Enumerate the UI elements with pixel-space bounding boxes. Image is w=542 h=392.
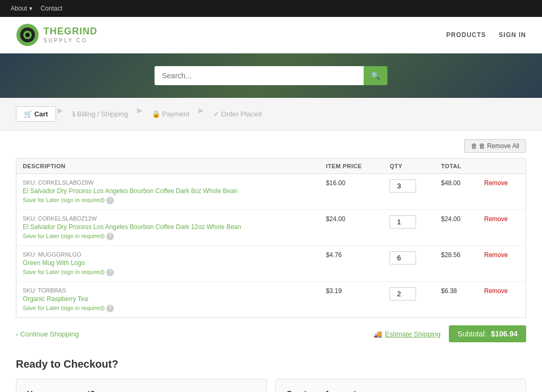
search-input[interactable]: [155, 66, 364, 85]
qty-input-1[interactable]: [390, 215, 416, 229]
subtotal-label: Subtotal:: [457, 330, 486, 338]
sign-in-link-0[interactable]: (sign in required): [61, 197, 105, 203]
have-account-title: Have an account?: [27, 389, 256, 392]
step-arrow-3: ▶: [197, 106, 206, 122]
continue-shopping-link[interactable]: ‹ Continue Shopping: [16, 330, 79, 338]
subtotal-value: $106.94: [491, 330, 518, 338]
col-description: DESCRIPTION: [16, 159, 320, 174]
cart-icon: 🛒: [24, 110, 32, 118]
search-button[interactable]: 🔍: [364, 66, 387, 85]
step-payment[interactable]: 🔒 Payment: [144, 106, 197, 122]
cell-price-0: $16.00: [320, 174, 384, 210]
save-later-0: Save for Later (sign in required) ?: [23, 197, 313, 204]
header-nav: PRODUCTS SIGN IN: [446, 31, 526, 39]
sku-3: SKU: TORBRAS: [23, 287, 313, 294]
logo[interactable]: THEGRIND SUPPLY CO: [16, 23, 97, 47]
col-total: TOTAL: [435, 159, 477, 174]
checkout-steps: 🛒 Cart ▶ ℹ Billing / Shipping ▶ 🔒 Paymen…: [0, 98, 542, 131]
help-icon-2[interactable]: ?: [106, 269, 114, 276]
cell-description-2: SKU: MUGGGRNLGO Green Mug With Logo Save…: [16, 246, 320, 282]
cell-qty-2: [383, 246, 435, 282]
cell-qty-0: [383, 174, 435, 210]
cell-description-3: SKU: TORBRAS Organic Raspberry Tea Save …: [16, 282, 320, 318]
cart-total-area: 🚚 Estimate Shipping Subtotal: $106.94: [374, 325, 526, 342]
sku-1: SKU: CORKELSLABOZ12W: [23, 215, 313, 222]
sign-in-link-2[interactable]: (sign in required): [61, 269, 105, 275]
account-cards: Have an account? Welcome back! Sign in f…: [16, 379, 526, 392]
sign-in-link-1[interactable]: (sign in required): [61, 233, 105, 239]
check-icon: ✓: [213, 110, 219, 118]
save-later-link-2[interactable]: Save for Later: [23, 269, 59, 275]
save-later-link-1[interactable]: Save for Later: [23, 233, 59, 239]
remove-link-3[interactable]: Remove: [484, 287, 508, 295]
truck-icon: 🚚: [374, 330, 382, 338]
subtotal-box: Subtotal: $106.94: [449, 325, 526, 342]
table-row: SKU: TORBRAS Organic Raspberry Tea Save …: [16, 282, 526, 318]
save-later-3: Save for Later (sign in required) ?: [23, 305, 313, 312]
cell-price-3: $3.19: [320, 282, 384, 318]
cell-total-0: $48.00: [435, 174, 477, 210]
chevron-left-icon: ‹: [16, 330, 18, 338]
product-link-1[interactable]: El Salvador Dry Process Los Angeles Bour…: [23, 223, 313, 231]
info-icon: ℹ: [73, 110, 75, 118]
cell-remove-0: Remove: [478, 174, 526, 210]
step-cart-label: Cart: [34, 110, 48, 118]
remove-link-2[interactable]: Remove: [484, 251, 508, 259]
remove-link-1[interactable]: Remove: [484, 215, 508, 223]
cell-remove-1: Remove: [478, 210, 526, 246]
cell-qty-3: [383, 282, 435, 318]
table-row: SKU: MUGGGRNLGO Green Mug With Logo Save…: [16, 246, 526, 282]
product-link-3[interactable]: Organic Raspberry Tea: [23, 295, 313, 303]
table-row: SKU: CORKELSLABOZ12W El Salvador Dry Pro…: [16, 210, 526, 246]
sku-0: SKU: CORKELSLABOZ8W: [23, 179, 313, 186]
logo-icon: [16, 23, 39, 47]
nav-signin[interactable]: SIGN IN: [499, 31, 526, 39]
help-icon-1[interactable]: ?: [106, 233, 114, 240]
step-order-placed-label: Order Placed: [221, 110, 262, 118]
table-row: SKU: CORKELSLABOZ8W El Salvador Dry Proc…: [16, 174, 526, 210]
step-cart[interactable]: 🛒 Cart: [16, 106, 56, 122]
cart-footer: ‹ Continue Shopping 🚚 Estimate Shipping …: [16, 325, 526, 342]
step-billing[interactable]: ℹ Billing / Shipping: [65, 106, 136, 122]
sku-2: SKU: MUGGGRNLGO: [23, 251, 313, 258]
create-account-title: Create an Account: [286, 389, 515, 392]
col-item-price: ITEM PRICE: [320, 159, 384, 174]
logo-name-part2: GRIND: [64, 26, 97, 37]
step-order-placed[interactable]: ✓ Order Placed: [206, 106, 269, 122]
product-link-0[interactable]: El Salvador Dry Process Los Angeles Bour…: [23, 187, 313, 195]
qty-input-2[interactable]: [390, 251, 416, 265]
header: THEGRIND SUPPLY CO PRODUCTS SIGN IN: [0, 17, 542, 53]
remove-all-row: 🗑 🗑 Remove All: [16, 139, 526, 153]
top-nav: About ▾ Contact: [0, 0, 542, 17]
qty-input-3[interactable]: [390, 287, 416, 300]
top-nav-about[interactable]: About ▾: [11, 5, 32, 12]
qty-input-0[interactable]: [390, 179, 416, 193]
col-actions: [478, 159, 526, 174]
logo-sub: SUPPLY CO: [43, 38, 97, 44]
remove-all-button[interactable]: 🗑 🗑 Remove All: [464, 139, 526, 153]
col-qty: QTY: [383, 159, 435, 174]
step-billing-label: Billing / Shipping: [77, 110, 128, 118]
lock-icon: 🔒: [152, 110, 160, 118]
save-later-link-0[interactable]: Save for Later: [23, 197, 59, 203]
product-link-2[interactable]: Green Mug With Logo: [23, 259, 313, 267]
create-account-card: Create an Account Creating an account me…: [275, 379, 526, 392]
step-arrow-1: ▶: [56, 106, 65, 122]
cell-price-2: $4.76: [320, 246, 384, 282]
remove-link-0[interactable]: Remove: [484, 179, 508, 187]
cell-total-3: $6.38: [435, 282, 477, 318]
ready-title: Ready to Checkout?: [16, 358, 526, 370]
trash-icon: 🗑: [471, 142, 477, 150]
nav-products[interactable]: PRODUCTS: [446, 31, 486, 39]
top-nav-contact[interactable]: Contact: [41, 5, 62, 12]
save-later-link-3[interactable]: Save for Later: [23, 305, 59, 311]
search-banner: 🔍: [0, 53, 542, 98]
cell-qty-1: [383, 210, 435, 246]
help-icon-3[interactable]: ?: [106, 305, 114, 312]
help-icon-0[interactable]: ?: [106, 197, 114, 204]
sign-in-link-3[interactable]: (sign in required): [61, 305, 105, 311]
cell-price-1: $24.00: [320, 210, 384, 246]
cart-table: DESCRIPTION ITEM PRICE QTY TOTAL SKU: CO…: [16, 158, 526, 318]
estimate-shipping-link[interactable]: 🚚 Estimate Shipping: [374, 330, 440, 338]
cell-total-1: $24.00: [435, 210, 477, 246]
